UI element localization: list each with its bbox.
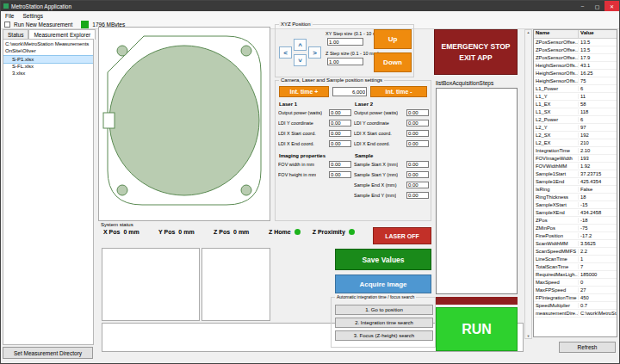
param-row[interactable]: HeightSensorOffs... 43.1 xyxy=(534,62,617,70)
wafer-canvas[interactable] xyxy=(98,27,270,221)
menu-file[interactable]: File xyxy=(5,13,14,19)
param-row[interactable]: ScanWidthMM 3.5625 xyxy=(534,240,617,248)
param-row[interactable]: FinePosition -17.2 xyxy=(534,232,617,240)
set-measurement-directory-button[interactable]: Set Measurement Directory xyxy=(3,347,93,359)
param-value: 185000 xyxy=(579,272,617,277)
xy-step-input[interactable] xyxy=(327,38,363,46)
param-row[interactable]: L1_SX 118 xyxy=(534,108,617,116)
field-input[interactable] xyxy=(406,192,429,199)
int-time-input[interactable] xyxy=(332,87,367,96)
param-row[interactable]: L2_EX 210 xyxy=(534,139,617,147)
jog-left-button[interactable]: < xyxy=(279,46,292,59)
param-row[interactable]: ScanSpeedMMFS 2.2 xyxy=(534,248,617,256)
param-row[interactable]: IntegrationTime 2.10 xyxy=(534,147,617,155)
int-time-plus-button[interactable]: Int. time + xyxy=(279,86,329,97)
param-row[interactable]: TotalScanTime 7 xyxy=(534,263,617,271)
memory-indicator xyxy=(81,21,89,28)
params-scrollbar[interactable]: ▲ ▼ xyxy=(524,29,532,339)
status-indicators: Z Home Z Proximity xyxy=(269,229,355,235)
field-input[interactable] xyxy=(406,130,429,137)
acquire-image-button[interactable]: Acquire Image xyxy=(335,275,431,293)
minimize-button[interactable]: – xyxy=(575,1,590,11)
param-row[interactable]: L1_EX 58 xyxy=(534,101,617,108)
jog-right-button[interactable]: > xyxy=(308,46,321,59)
field-input[interactable] xyxy=(406,120,429,126)
jog-up-button[interactable]: ˄ xyxy=(294,39,307,51)
int-time-minus-button[interactable]: Int. time - xyxy=(370,86,427,97)
param-row[interactable]: RingThickness 18 xyxy=(534,194,617,201)
menu-settings[interactable]: Settings xyxy=(22,13,43,19)
param-row[interactable]: L2_SX 192 xyxy=(534,132,617,139)
field-input[interactable] xyxy=(406,140,429,147)
acquisition-steps-listbox[interactable] xyxy=(436,88,518,294)
position-readout: Z Pos 0 mm xyxy=(214,229,269,235)
xyz-position-group: XYZ Position < ˄ ˅ > XY Step size (0.1 -… xyxy=(275,24,414,77)
param-row[interactable]: MaxFPSpeed 27 xyxy=(534,287,617,294)
tree-root-path[interactable]: C:\work\MetroStation Measurements OnSite… xyxy=(3,40,93,56)
green-led-icon xyxy=(294,229,301,235)
run-button[interactable]: RUN xyxy=(436,307,518,351)
field-input[interactable] xyxy=(329,161,351,168)
param-row[interactable]: SpeedMultiplier 0.7 xyxy=(534,302,617,310)
laser-off-button[interactable]: LASER OFF xyxy=(373,227,431,244)
param-row[interactable]: HeightSensorOffs... 75 xyxy=(534,77,617,85)
param-value: 1 xyxy=(579,256,617,262)
scroll-down-icon[interactable]: ▼ xyxy=(527,334,530,338)
field-input[interactable] xyxy=(406,109,429,116)
param-row[interactable]: ZPosSensorOffse... 13.5 xyxy=(534,39,617,46)
param-row[interactable]: L1_Y 11 xyxy=(534,93,617,101)
field-input[interactable] xyxy=(406,182,429,188)
refresh-button[interactable]: Refresh xyxy=(559,342,616,353)
param-name: RequiredMaxLigh... xyxy=(534,272,579,277)
param-row[interactable]: MaxSpeed 0 xyxy=(534,279,617,287)
tree-item[interactable]: S-FL.xlsx xyxy=(3,63,93,70)
param-row[interactable]: L2_Power 6 xyxy=(534,116,617,124)
z-down-button[interactable]: Down xyxy=(374,52,412,72)
field-input[interactable] xyxy=(406,171,429,178)
param-row[interactable]: ZMinPos -75 xyxy=(534,225,617,232)
z-up-button[interactable]: Up xyxy=(374,29,412,49)
auto-search-step-button[interactable]: 1. Go to position xyxy=(335,305,433,315)
jog-down-button[interactable]: ˅ xyxy=(294,54,307,66)
param-row[interactable]: Sample1End 425.4354 xyxy=(534,178,617,186)
stop-strip-button[interactable] xyxy=(436,297,518,305)
param-row[interactable]: LineScanTime 1 xyxy=(534,256,617,263)
param-value: 210 xyxy=(579,140,617,145)
field-input[interactable] xyxy=(329,171,351,178)
param-row[interactable]: ZPosSensorOffse... 17.9 xyxy=(534,54,617,62)
field-input[interactable] xyxy=(329,130,351,137)
param-row[interactable]: measurementDire... C:\work\MetroSt... xyxy=(534,310,617,318)
emergency-stop-button[interactable]: EMERGENCY STOP EXIT APP xyxy=(434,29,518,75)
field-input[interactable] xyxy=(329,109,351,116)
field-input[interactable] xyxy=(329,120,351,126)
param-row[interactable]: HeightSensorOffs... 16.25 xyxy=(534,70,617,77)
close-button[interactable]: ✕ xyxy=(604,1,619,11)
param-row[interactable]: L2_Y 97 xyxy=(534,124,617,132)
param-row[interactable]: ZPosSensorOffse... 13.5 xyxy=(534,46,617,54)
z-step-input[interactable] xyxy=(327,58,363,65)
tree-item[interactable]: S-P1.xlsx xyxy=(3,56,93,63)
param-row[interactable]: SampleXEnd 434.2458 xyxy=(534,209,617,217)
param-row[interactable]: ZPos -18 xyxy=(534,217,617,225)
param-row[interactable]: FOVImageWidth 193 xyxy=(534,155,617,163)
param-row[interactable]: RequiredMaxLigh... 185000 xyxy=(534,271,617,279)
auto-search-step-button[interactable]: 3. Focus (Z-height) search xyxy=(335,330,433,341)
camera-laser-sample-group: Camera, Laser and Sample position settin… xyxy=(275,80,431,221)
tree-item[interactable]: 3.xlsx xyxy=(3,70,93,77)
param-row[interactable]: FOVWidthMM 1.92 xyxy=(534,163,617,170)
param-row[interactable]: L1_Power 6 xyxy=(534,85,617,93)
app-window: MetroStation Application – ▢ ✕ File Sett… xyxy=(0,0,620,364)
field-label: LDI X Start coord. xyxy=(278,131,316,136)
save-values-button[interactable]: Save Values xyxy=(335,249,431,270)
position-label: Z Pos xyxy=(214,229,230,235)
param-row[interactable]: Sample1Start 37.23715 xyxy=(534,170,617,178)
param-row[interactable]: IsRing False xyxy=(534,186,617,194)
param-row[interactable]: FPIntegrationTime 450 xyxy=(534,294,617,302)
field-input[interactable] xyxy=(406,161,429,168)
auto-search-step-button[interactable]: 2. Integration time search xyxy=(335,318,433,328)
maximize-button[interactable]: ▢ xyxy=(590,1,604,11)
field-input[interactable] xyxy=(329,140,351,147)
scroll-up-icon[interactable]: ▲ xyxy=(527,30,530,34)
param-row[interactable]: SampleXStart -15 xyxy=(534,201,617,209)
run-new-measurement-checkbox[interactable] xyxy=(4,22,10,28)
